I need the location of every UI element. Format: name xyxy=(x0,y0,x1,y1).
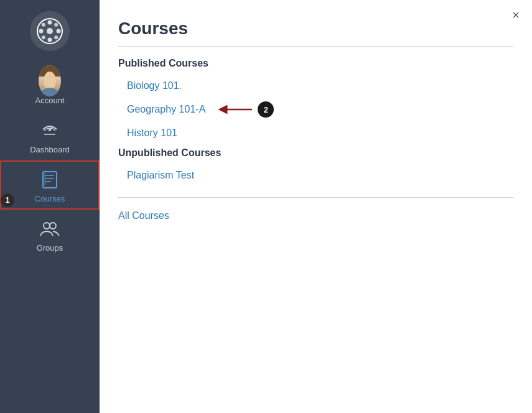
courses-icon xyxy=(39,168,61,190)
sidebar-groups-label: Groups xyxy=(37,243,63,253)
courses-panel: × Courses Published Courses Biology 101.… xyxy=(100,0,532,413)
app-container: Account Dashboard xyxy=(0,0,532,413)
svg-point-3 xyxy=(48,38,52,42)
dashboard-icon xyxy=(39,119,61,141)
all-courses-link[interactable]: All Courses xyxy=(100,206,532,225)
svg-point-19 xyxy=(50,223,56,229)
sidebar-item-groups[interactable]: Groups xyxy=(0,210,100,259)
svg-point-1 xyxy=(47,28,53,34)
course-link-plagiarism[interactable]: Plagiarism Test xyxy=(100,165,532,186)
published-section-label: Published Courses xyxy=(100,58,532,75)
geography-row: Geography 101-A 2 xyxy=(100,96,532,123)
svg-point-9 xyxy=(54,35,58,39)
sidebar-item-account[interactable]: Account xyxy=(0,62,100,111)
annotation-arrow xyxy=(218,103,255,116)
panel-title: Courses xyxy=(100,0,532,46)
annotation-2: 2 xyxy=(218,101,274,118)
course-link-history[interactable]: History 101 xyxy=(100,123,532,144)
svg-point-7 xyxy=(54,23,58,27)
svg-point-2 xyxy=(48,21,52,25)
top-divider xyxy=(118,46,513,47)
svg-point-8 xyxy=(42,35,45,39)
bottom-divider xyxy=(118,197,513,198)
svg-point-18 xyxy=(44,223,50,229)
sidebar-badge-1: 1 xyxy=(1,193,14,207)
svg-point-6 xyxy=(42,23,45,27)
course-link-biology[interactable]: Biology 101. xyxy=(100,75,532,96)
close-button[interactable]: × xyxy=(512,9,520,21)
sidebar-courses-label: Courses xyxy=(35,194,65,203)
groups-icon xyxy=(39,217,61,239)
course-link-geography[interactable]: Geography 101-A xyxy=(127,104,205,115)
account-avatar xyxy=(39,70,61,92)
svg-point-4 xyxy=(39,29,44,34)
sidebar-account-label: Account xyxy=(35,96,65,105)
sidebar-dashboard-label: Dashboard xyxy=(30,145,70,154)
unpublished-section: Unpublished Courses Plagiarism Test xyxy=(100,147,532,186)
svg-rect-17 xyxy=(42,173,46,185)
annotation-badge-2: 2 xyxy=(258,101,274,118)
logo-circle xyxy=(30,11,70,51)
sidebar-item-courses[interactable]: Courses 1 xyxy=(0,160,100,210)
svg-point-5 xyxy=(57,29,61,34)
logo-icon xyxy=(36,17,63,45)
svg-point-11 xyxy=(49,129,51,131)
sidebar-item-dashboard[interactable]: Dashboard xyxy=(0,111,100,160)
sidebar-logo xyxy=(0,0,100,62)
sidebar: Account Dashboard xyxy=(0,0,100,413)
unpublished-section-label: Unpublished Courses xyxy=(100,147,532,165)
